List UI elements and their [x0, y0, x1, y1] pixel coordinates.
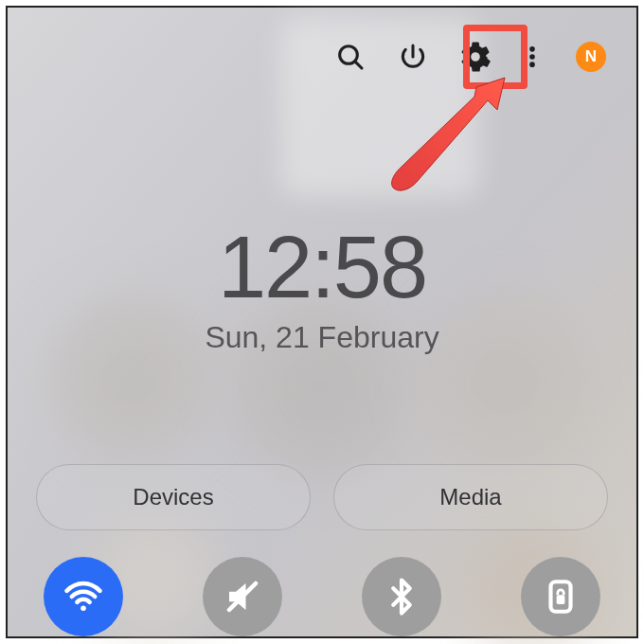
media-button[interactable]: Media	[333, 464, 608, 530]
svg-point-4	[529, 62, 535, 67]
more-icon[interactable]	[519, 38, 546, 76]
wifi-icon	[63, 577, 103, 617]
svg-point-5	[80, 605, 86, 611]
profile-initial: N	[585, 47, 597, 66]
mute-toggle[interactable]	[203, 557, 282, 636]
button-row: Devices Media	[36, 464, 608, 530]
clock-time: 12:58	[218, 224, 426, 311]
wifi-toggle[interactable]	[44, 557, 123, 636]
clock-date: Sun, 21 February	[205, 320, 438, 355]
devices-button-label: Devices	[133, 484, 213, 510]
mute-icon	[223, 577, 262, 617]
search-icon[interactable]	[331, 38, 369, 76]
devices-button[interactable]: Devices	[36, 464, 311, 530]
svg-point-2	[529, 46, 535, 52]
profile-badge[interactable]: N	[576, 42, 606, 72]
quick-settings-row	[44, 557, 600, 636]
rotation-lock-icon	[541, 577, 581, 617]
power-icon[interactable]	[394, 38, 432, 76]
svg-point-3	[529, 54, 535, 60]
bluetooth-toggle[interactable]	[362, 557, 441, 636]
clock: 12:58 Sun, 21 February	[8, 224, 636, 355]
notification-panel: N 12:58 Sun, 21 February Devices Media	[6, 6, 638, 638]
bluetooth-icon	[382, 577, 421, 617]
media-button-label: Media	[439, 484, 501, 510]
svg-rect-7	[557, 595, 565, 604]
settings-icon[interactable]	[456, 38, 494, 76]
rotation-lock-toggle[interactable]	[521, 557, 600, 636]
header-icons: N	[331, 38, 606, 76]
svg-line-1	[355, 62, 362, 68]
